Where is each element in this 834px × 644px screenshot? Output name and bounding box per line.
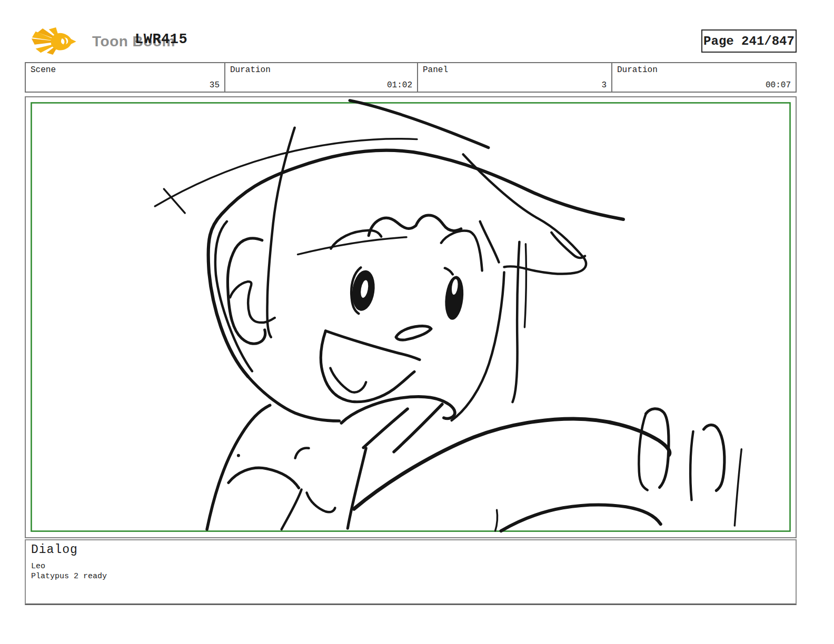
cell-value: 35 [210, 80, 220, 90]
dialog-heading: Dialog [31, 543, 790, 557]
info-cell-duration-panel: Duration 00:07 [612, 63, 796, 92]
info-cell-scene: Scene 35 [26, 63, 225, 92]
dialog-box: Dialog Leo Platypus 2 ready [25, 539, 797, 605]
cell-label: Duration [617, 65, 658, 75]
info-cell-duration-scene: Duration 01:02 [225, 63, 418, 92]
cell-value: 3 [601, 80, 607, 90]
storyboard-page: Toon Boom LWR415 Page 241/847 Scene 35 D… [0, 0, 834, 644]
cell-label: Panel [423, 65, 448, 75]
dialog-lines: Leo Platypus 2 ready [31, 561, 790, 581]
info-bar: Scene 35 Duration 01:02 Panel 3 Duration… [25, 62, 797, 93]
cell-value: 00:07 [766, 80, 791, 90]
storyboard-panel [25, 96, 797, 538]
logo-starburst-icon [29, 27, 88, 56]
storyboard-sketch [26, 97, 796, 537]
cell-label: Duration [230, 65, 271, 75]
page-number-box: Page 241/847 [701, 29, 797, 53]
dialog-character-line: Leo [31, 561, 790, 571]
character-sketch [155, 100, 741, 531]
cell-label: Scene [31, 65, 56, 75]
project-title: LWR415 [135, 32, 187, 47]
page-number: Page 241/847 [703, 34, 795, 48]
info-cell-panel: Panel 3 [418, 63, 612, 92]
cell-value: 01:02 [387, 80, 412, 90]
dialog-text-line: Platypus 2 ready [31, 571, 790, 581]
